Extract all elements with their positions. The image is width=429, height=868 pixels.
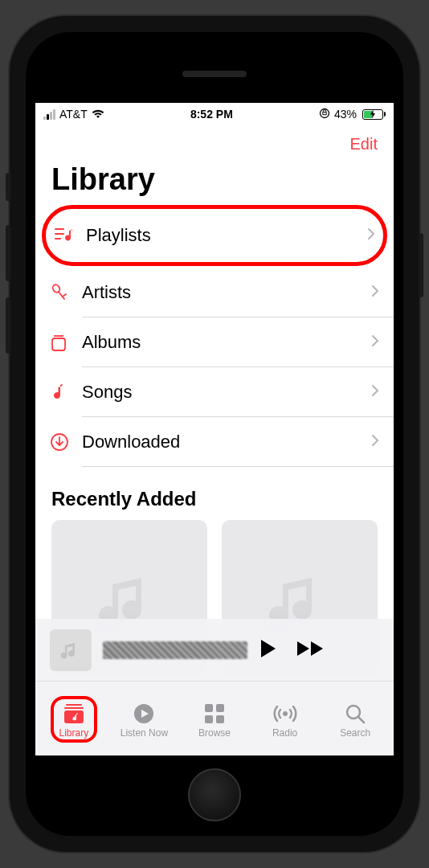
volume-up-button bbox=[6, 225, 10, 281]
miniplayer-controls bbox=[259, 638, 325, 662]
tab-search[interactable]: Search bbox=[320, 702, 390, 739]
chevron-right-icon bbox=[371, 434, 379, 450]
phone-frame: AT&T 8:52 PM 43% bbox=[10, 16, 419, 852]
library-row-albums[interactable]: Albums bbox=[35, 317, 394, 367]
orientation-lock-icon bbox=[319, 108, 330, 121]
chevron-right-icon bbox=[371, 384, 379, 400]
artist-icon bbox=[50, 283, 77, 302]
tab-label: Radio bbox=[272, 727, 297, 739]
library-list: Playlists Artists bbox=[35, 203, 394, 467]
chevron-right-icon bbox=[367, 227, 375, 244]
library-row-downloaded[interactable]: Downloaded bbox=[35, 417, 394, 467]
tab-label: Browse bbox=[198, 727, 231, 739]
svg-rect-11 bbox=[205, 704, 213, 712]
highlight-ring bbox=[51, 696, 97, 743]
downloaded-icon bbox=[50, 432, 77, 452]
play-button[interactable] bbox=[259, 638, 278, 662]
battery-icon bbox=[361, 109, 386, 120]
library-row-playlists[interactable]: Playlists bbox=[42, 205, 387, 266]
svg-rect-14 bbox=[216, 715, 224, 723]
tab-label: Listen Now bbox=[121, 727, 168, 739]
signal-bars-icon bbox=[43, 109, 55, 120]
speaker-grille bbox=[182, 71, 247, 77]
chevron-right-icon bbox=[371, 334, 379, 350]
music-placeholder-icon bbox=[59, 638, 83, 662]
library-row-artists[interactable]: Artists bbox=[35, 268, 394, 317]
library-row-label: Playlists bbox=[81, 225, 367, 246]
tab-label: Search bbox=[340, 727, 370, 739]
svg-rect-7 bbox=[52, 338, 65, 350]
tab-browse[interactable]: Browse bbox=[179, 702, 250, 739]
svg-line-17 bbox=[358, 717, 364, 723]
miniplayer-artwork bbox=[50, 629, 92, 671]
miniplayer-title-redacted bbox=[103, 641, 247, 659]
home-button[interactable] bbox=[188, 768, 241, 821]
svg-point-15 bbox=[283, 711, 288, 716]
status-right: 43% bbox=[319, 108, 386, 121]
library-row-label: Albums bbox=[77, 332, 371, 353]
miniplayer[interactable] bbox=[35, 619, 394, 682]
browse-tab-icon bbox=[204, 702, 225, 725]
power-button bbox=[419, 233, 423, 297]
playlist-icon bbox=[54, 227, 81, 244]
forward-button[interactable] bbox=[296, 640, 325, 661]
album-icon bbox=[50, 333, 77, 352]
library-row-label: Artists bbox=[77, 282, 371, 303]
wifi-icon bbox=[92, 109, 104, 119]
status-bar: AT&T 8:52 PM 43% bbox=[35, 103, 394, 125]
library-row-label: Downloaded bbox=[77, 432, 371, 452]
divider bbox=[82, 466, 394, 467]
recently-added-title: Recently Added bbox=[35, 467, 394, 520]
status-time: 8:52 PM bbox=[190, 108, 233, 121]
phone-bezel: AT&T 8:52 PM 43% bbox=[26, 32, 403, 836]
listen-now-tab-icon bbox=[133, 702, 155, 725]
svg-line-6 bbox=[63, 294, 66, 297]
search-tab-icon bbox=[345, 702, 366, 725]
tab-library[interactable]: Library bbox=[39, 702, 109, 739]
radio-tab-icon bbox=[273, 702, 297, 725]
mute-switch bbox=[6, 173, 10, 201]
nav-bar: Edit bbox=[35, 125, 394, 162]
status-left: AT&T bbox=[43, 108, 104, 121]
edit-button[interactable]: Edit bbox=[350, 135, 378, 154]
chevron-right-icon bbox=[371, 285, 379, 301]
bottom-overlay: Library Listen Now Browse bbox=[35, 619, 394, 755]
tab-listen-now[interactable]: Listen Now bbox=[109, 702, 180, 739]
volume-down-button bbox=[6, 297, 10, 354]
svg-rect-12 bbox=[216, 704, 224, 712]
screen: AT&T 8:52 PM 43% bbox=[35, 103, 394, 755]
tab-radio[interactable]: Radio bbox=[250, 702, 321, 739]
page-title: Library bbox=[35, 162, 394, 203]
library-row-songs[interactable]: Songs bbox=[35, 367, 394, 417]
carrier-label: AT&T bbox=[59, 108, 88, 121]
tab-bar: Library Listen Now Browse bbox=[35, 682, 394, 755]
song-icon bbox=[50, 383, 77, 402]
svg-rect-13 bbox=[205, 715, 213, 723]
library-row-label: Songs bbox=[77, 382, 371, 403]
battery-pct-label: 43% bbox=[334, 108, 357, 121]
